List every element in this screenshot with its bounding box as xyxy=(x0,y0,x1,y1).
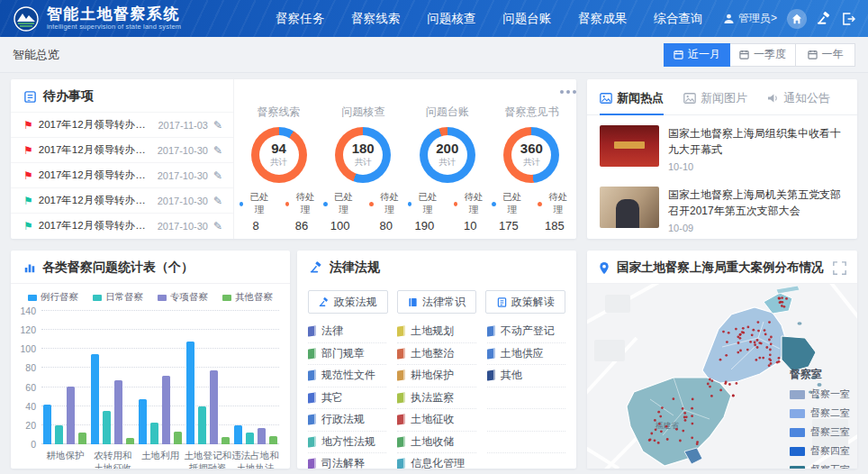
news-list: 国家土地督察上海局组织集中收看十九大开幕式 10-10 国家土地督察上海局机关第… xyxy=(587,115,857,238)
edit-icon[interactable]: ✎ xyxy=(213,195,222,207)
todo-item[interactable]: ⚑ 2017年12月领导转办督察线索 2017-10-30 ✎ xyxy=(11,187,233,213)
nav-item-0[interactable]: 督察任务 xyxy=(276,11,324,27)
nav-item-1[interactable]: 督察线索 xyxy=(351,11,400,27)
bar[interactable] xyxy=(103,411,111,444)
bar[interactable] xyxy=(43,405,51,444)
news-item[interactable]: 国家土地督察上海局机关第五党支部召开2017年第五次支部大会 10-09 xyxy=(587,177,857,238)
bar[interactable] xyxy=(91,354,99,444)
donut-ring[interactable]: 180共计 xyxy=(335,127,391,183)
laws-tab-2[interactable]: 政策解读 xyxy=(485,290,565,314)
todo-text: 2017年12月领导转办督察线索 xyxy=(39,143,152,157)
filter-2[interactable]: 一年 xyxy=(796,43,855,67)
news-item[interactable]: 国家土地督察上海局组织集中收看十九大开幕式 10-10 xyxy=(587,115,857,177)
bar[interactable] xyxy=(139,399,147,444)
law-link[interactable]: 行政法规 xyxy=(308,409,386,432)
case-map[interactable]: 福建省 督察室 督察一室督察二室督察三室督察四室督察五室 xyxy=(587,284,857,469)
laws-tab-1[interactable]: 法律常识 xyxy=(397,290,477,314)
law-link[interactable]: 地方性法规 xyxy=(308,432,386,454)
nav-item-4[interactable]: 督察成果 xyxy=(578,11,627,27)
law-link[interactable]: 土地收储 xyxy=(397,432,475,454)
calendar-icon xyxy=(739,50,749,59)
picture-icon xyxy=(683,93,696,104)
law-link[interactable]: 土地规划 xyxy=(397,321,475,343)
bar[interactable] xyxy=(55,425,63,444)
bar[interactable] xyxy=(114,380,122,444)
laws-tab-0[interactable]: 政策法规 xyxy=(308,290,388,314)
laws-card: 法律法规 政策法规法律常识政策解读 法律土地规划不动产登记部门规章土地整治土地供… xyxy=(297,251,576,469)
main-nav: 督察任务督察线索问题核查问题台账督察成果综合查询 xyxy=(276,11,702,27)
legend-item[interactable]: 日常督察 xyxy=(93,291,143,304)
filter-0[interactable]: 近一月 xyxy=(664,43,730,67)
law-link[interactable]: 法律 xyxy=(308,321,386,343)
bar[interactable] xyxy=(234,425,242,444)
law-link[interactable]: 土地整治 xyxy=(397,343,475,366)
law-link[interactable]: 执法监察 xyxy=(397,387,475,410)
law-link[interactable]: 规范性文件 xyxy=(308,365,386,387)
law-link[interactable]: 司法解释 xyxy=(308,453,386,469)
edit-icon[interactable]: ✎ xyxy=(213,119,222,132)
todo-list: ⚑ 2017年12月领导转办督察线索 2017-11-03 ✎ ⚑ 2017年1… xyxy=(11,112,233,238)
flag-icon: ⚑ xyxy=(23,170,33,181)
legend-item[interactable]: 例行督察 xyxy=(28,291,78,304)
bar[interactable] xyxy=(150,423,158,444)
panel-menu-icon[interactable] xyxy=(560,90,564,94)
law-link[interactable]: 其它 xyxy=(308,387,386,410)
bar[interactable] xyxy=(126,438,134,444)
bar[interactable] xyxy=(258,428,266,444)
book-icon xyxy=(308,459,316,469)
flag-icon: ⚑ xyxy=(23,221,33,232)
x-axis-label: 土地利用 xyxy=(137,449,185,469)
bar[interactable] xyxy=(198,406,206,444)
bar[interactable] xyxy=(67,387,75,445)
news-tab-0[interactable]: 新闻热点 xyxy=(600,90,664,106)
book-icon xyxy=(397,436,405,447)
donut-ring[interactable]: 360共计 xyxy=(503,127,559,183)
logout-button[interactable] xyxy=(842,13,855,25)
todo-date: 2017-11-03 xyxy=(158,120,207,131)
news-tab-1[interactable]: 新闻图片 xyxy=(683,90,747,106)
bar[interactable] xyxy=(269,436,277,445)
law-link-empty xyxy=(487,453,565,469)
law-link[interactable]: 其他 xyxy=(487,365,565,387)
law-link[interactable]: 信息化管理 xyxy=(397,453,475,469)
donut-ring[interactable]: 94共计 xyxy=(251,127,307,183)
home-button[interactable] xyxy=(787,9,807,29)
law-tools-button[interactable] xyxy=(817,12,832,25)
bar[interactable] xyxy=(174,432,182,444)
legend-item[interactable]: 专项督察 xyxy=(158,291,208,304)
nav-item-3[interactable]: 问题台账 xyxy=(502,11,551,27)
todo-date: 2017-10-30 xyxy=(158,221,208,232)
nav-item-2[interactable]: 问题核查 xyxy=(427,11,475,27)
bar[interactable] xyxy=(210,370,218,445)
law-link[interactable]: 不动产登记 xyxy=(487,321,565,343)
edit-icon[interactable]: ✎ xyxy=(213,220,222,232)
donut-total: 360 xyxy=(520,141,543,157)
nav-item-5[interactable]: 综合查询 xyxy=(654,11,702,27)
edit-icon[interactable]: ✎ xyxy=(213,169,222,182)
bar[interactable] xyxy=(186,342,194,444)
bar[interactable] xyxy=(78,433,86,444)
bar[interactable] xyxy=(222,437,230,445)
book-icon xyxy=(308,392,316,403)
law-link[interactable]: 土地供应 xyxy=(487,343,565,366)
todo-item[interactable]: ⚑ 2017年12月领导转办督察线索 2017-10-30 ✎ xyxy=(11,137,233,162)
bar[interactable] xyxy=(246,433,254,444)
bar[interactable] xyxy=(162,376,170,444)
filter-1[interactable]: 一季度 xyxy=(730,43,796,67)
edit-icon[interactable]: ✎ xyxy=(213,144,222,157)
news-tab-2[interactable]: 通知公告 xyxy=(767,90,830,106)
todo-item[interactable]: ⚑ 2017年12月领导转办督察线索 2017-10-30 ✎ xyxy=(11,162,233,187)
todo-item[interactable]: ⚑ 2017年12月领导转办督察线索 2017-11-03 ✎ xyxy=(11,112,233,137)
legend-item[interactable]: 其他督察 xyxy=(222,291,273,304)
user-menu[interactable]: 管理员> xyxy=(723,11,777,26)
law-link[interactable]: 耕地保护 xyxy=(397,365,475,387)
law-link[interactable]: 部门规章 xyxy=(308,343,386,366)
donut-ring[interactable]: 200共计 xyxy=(420,127,475,183)
dashboard: 待办事项 ⚑ 2017年12月领导转办督察线索 2017-11-03 ✎ ⚑ 2… xyxy=(0,73,868,79)
x-axis-label: 农转用和 土地征收 xyxy=(89,449,137,469)
fullscreen-button[interactable] xyxy=(833,261,846,275)
todo-item[interactable]: ⚑ 2017年12月领导转办督察线索 2017-10-30 ✎ xyxy=(11,213,233,238)
gavel-icon xyxy=(310,261,323,274)
app-brand: 智能土地督察系统 intelligent supervision of stat… xyxy=(13,5,181,32)
law-link[interactable]: 土地征收 xyxy=(397,409,475,432)
